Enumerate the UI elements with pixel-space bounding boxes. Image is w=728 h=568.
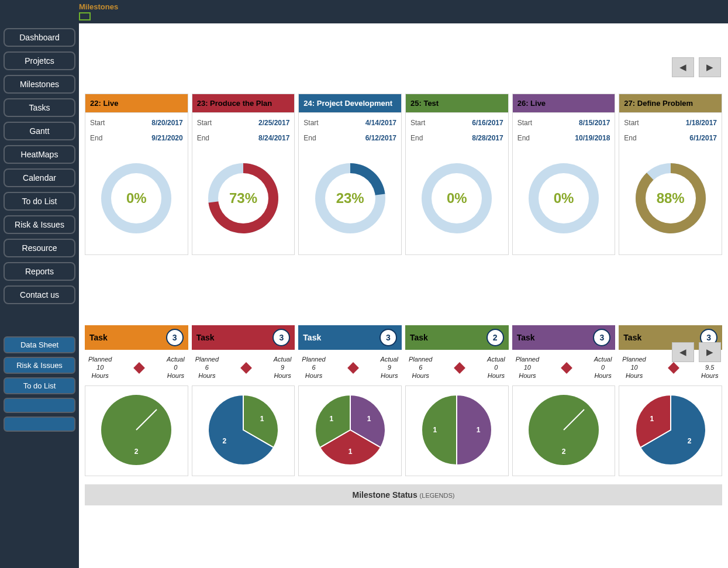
next-milestones-button[interactable]: ▶ (699, 57, 721, 77)
task-label: Task (410, 333, 428, 342)
milestone-card[interactable]: 27: Define Problem Start1/18/2017 End6/1… (619, 94, 722, 255)
nav-milestones[interactable]: Milestones (4, 75, 75, 94)
svg-text:1: 1 (433, 426, 437, 434)
task-header: Task 2 (405, 325, 509, 350)
milestone-body: Start8/20/2017 End9/21/2020 0% (85, 113, 188, 254)
nav-to-do-list[interactable]: To do List (4, 192, 75, 211)
diamond-icon (454, 362, 465, 374)
hours-row: Planned6Hours Actual9Hours (298, 350, 402, 385)
milestone-body: Start6/16/2017 End8/28/2017 0% (406, 113, 508, 254)
task-pie: 2 (523, 389, 605, 471)
svg-text:2: 2 (134, 447, 139, 456)
milestone-body: Start4/14/2017 End6/12/2017 23% (299, 113, 401, 254)
task-pie: 11 (416, 389, 498, 471)
task-header: Task 3 (298, 325, 402, 350)
task-pie: 111 (309, 389, 391, 471)
task-count-badge: 3 (379, 329, 397, 346)
task-pie: 2 (95, 389, 177, 471)
nav-gantt[interactable]: Gantt (4, 122, 75, 140)
milestone-card[interactable]: 24: Project Development Start4/14/2017 E… (298, 94, 402, 255)
task-pie: 21 (630, 389, 712, 471)
task-card[interactable]: Task 2 Planned6Hours Actual0Hours 11 (405, 325, 509, 476)
subnav-empty[interactable] (4, 398, 75, 413)
task-card[interactable]: Task 3 Planned10Hours Actual0Hours 2 (512, 325, 616, 476)
nav-tasks[interactable]: Tasks (4, 98, 75, 117)
nav-dashboard[interactable]: Dashboard (4, 28, 75, 47)
diamond-icon (347, 362, 359, 374)
subnav-data-sheet[interactable]: Data Sheet (4, 336, 75, 353)
milestone-body: Start1/18/2017 End6/1/2017 88% (619, 113, 722, 254)
task-label: Task (89, 333, 108, 342)
milestone-header: 22: Live (85, 94, 188, 113)
milestone-nav: ◀ ▶ (672, 57, 721, 77)
task-label: Task (303, 333, 321, 342)
sidebar: DashboardProjetcsMilestonesTasksGanttHea… (0, 23, 79, 568)
pie-wrap: 11 (405, 385, 509, 476)
task-count-badge: 3 (593, 329, 610, 346)
milestone-card[interactable]: 22: Live Start8/20/2017 End9/21/2020 0% (85, 94, 188, 255)
task-header: Task 3 (512, 325, 616, 350)
top-bar: Milestones (0, 0, 728, 23)
diamond-icon (240, 362, 252, 374)
hours-row: Planned10Hours Actual0Hours (512, 350, 616, 385)
svg-text:2: 2 (562, 447, 566, 456)
nav-reports[interactable]: Reports (4, 262, 75, 281)
prev-tasks-button[interactable]: ◀ (672, 342, 694, 362)
nav-resource[interactable]: Resource (4, 239, 75, 257)
svg-text:1: 1 (367, 415, 371, 423)
donut-percent: 88% (657, 190, 685, 206)
legend-bar: Milestone Status (LEGENDS) (85, 484, 722, 505)
task-card[interactable]: Task 3 Planned6Hours Actual9Hours 12 (192, 325, 295, 476)
task-pie: 12 (202, 389, 284, 471)
milestone-card[interactable]: 26: Live Start8/15/2017 End10/19/2018 0% (512, 94, 616, 255)
legend-subtitle: (LEGENDS) (420, 492, 455, 499)
subnav-to-do-list[interactable]: To do List (4, 377, 75, 394)
task-header: Task 3 (192, 325, 295, 350)
legend-title: Milestone Status (352, 490, 417, 500)
subnav-risk-issues[interactable]: Risk & Issues (4, 357, 75, 374)
hours-row: Planned10Hours Actual0Hours (85, 350, 188, 385)
nav-calendar[interactable]: Calendar (4, 168, 75, 187)
milestone-header: 25: Test (406, 94, 508, 113)
donut-percent: 0% (447, 190, 467, 206)
svg-text:1: 1 (650, 415, 654, 423)
donut-percent: 0% (126, 190, 147, 206)
task-count-badge: 2 (487, 329, 504, 346)
diamond-icon (133, 362, 145, 374)
svg-text:1: 1 (329, 415, 333, 423)
active-cell-indicator (79, 12, 91, 20)
task-count-badge: 3 (166, 329, 184, 346)
donut-percent: 23% (336, 190, 364, 206)
pie-wrap: 21 (619, 385, 722, 476)
milestone-header: 27: Define Problem (619, 94, 722, 113)
task-label: Task (196, 333, 215, 342)
nav-heatmaps[interactable]: HeatMaps (4, 145, 75, 164)
svg-text:2: 2 (688, 436, 692, 445)
milestone-header: 24: Project Development (299, 94, 401, 113)
donut-percent: 0% (554, 190, 574, 206)
task-nav: ◀ ▶ (672, 342, 721, 362)
task-count-badge: 3 (272, 329, 290, 346)
nav-risk-issues[interactable]: Risk & Issues (4, 215, 75, 234)
nav-contact-us[interactable]: Contact us (4, 285, 75, 304)
pie-wrap: 111 (298, 385, 402, 476)
pie-wrap: 2 (85, 385, 188, 476)
task-card[interactable]: Task 3 Planned6Hours Actual9Hours 111 (298, 325, 402, 476)
donut-percent: 73% (229, 190, 257, 206)
subnav-empty[interactable] (4, 416, 75, 432)
page-title: Milestones (79, 2, 728, 11)
task-label: Task (623, 333, 641, 342)
svg-text:1: 1 (477, 426, 481, 434)
nav-projetcs[interactable]: Projetcs (4, 51, 75, 70)
prev-milestones-button[interactable]: ◀ (672, 57, 694, 77)
milestone-card[interactable]: 23: Produce the Plan Start2/25/2017 End8… (192, 94, 295, 255)
milestone-card[interactable]: 25: Test Start6/16/2017 End8/28/2017 0% (405, 94, 509, 255)
milestone-header: 26: Live (513, 94, 615, 113)
hours-row: Planned6Hours Actual0Hours (405, 350, 509, 385)
milestone-cards: 22: Live Start8/20/2017 End9/21/2020 0% … (85, 94, 722, 255)
diamond-icon (561, 362, 572, 374)
next-tasks-button[interactable]: ▶ (699, 342, 721, 362)
task-card[interactable]: Task 3 Planned10Hours Actual0Hours 2 (85, 325, 188, 476)
task-header: Task 3 (85, 325, 188, 350)
diamond-icon (668, 362, 679, 374)
